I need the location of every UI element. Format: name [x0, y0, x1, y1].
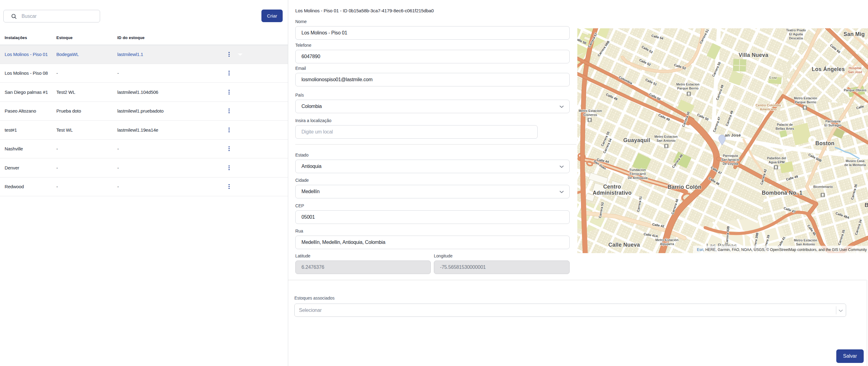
svg-text:El Sufragio: El Sufragio — [824, 123, 841, 127]
svg-text:Metro Estacion: Metro Estacion — [579, 109, 602, 112]
svg-text:Esri, HERE, Garmin, FAO, NOAA,: Esri, HERE, Garmin, FAO, NOAA, USGS, © O… — [697, 247, 867, 252]
svg-text:Esap: Esap — [769, 76, 777, 79]
svg-text:Ferrocarril: Ferrocarril — [630, 172, 646, 176]
svg-text:Bomboná No. 1: Bomboná No. 1 — [762, 190, 802, 196]
svg-text:Parque Berrío: Parque Berrío — [795, 100, 816, 104]
svg-text:Metro Estación: Metro Estación — [794, 96, 817, 100]
svg-text:Calle Nueva: Calle Nueva — [609, 242, 640, 248]
svg-text:Agua EPM: Agua EPM — [769, 160, 784, 164]
svg-text:Metro Estacion: Metro Estacion — [676, 82, 699, 86]
svg-text:Americano: Americano — [760, 107, 777, 111]
svg-text:Cisneros: Cisneros — [584, 113, 597, 117]
svg-text:Alpujarra: Alpujarra — [660, 242, 674, 246]
svg-text:San José: San José — [848, 70, 862, 74]
svg-text:Guayaquil: Guayaquil — [623, 137, 650, 143]
svg-text:San Antonio: San Antonio — [656, 139, 675, 142]
svg-text:San Ignacio: San Ignacio — [721, 158, 740, 162]
svg-text:Centro Colombo: Centro Colombo — [755, 103, 781, 107]
svg-text:Barrio Colón: Barrio Colón — [668, 184, 702, 190]
svg-text:Metro Estacion: Metro Estacion — [654, 135, 677, 138]
svg-text:Villa Nueva: Villa Nueva — [739, 52, 768, 58]
svg-text:de la Memoria: de la Memoria — [844, 163, 866, 167]
svg-text:De Loyola: De Loyola — [723, 162, 738, 165]
svg-text:Pabellón del: Pabellón del — [767, 156, 786, 160]
svg-text:Museo Casa: Museo Casa — [845, 159, 864, 163]
svg-text:Bicentenario: Bicentenario — [813, 185, 833, 189]
svg-text:Parque Obrero: Parque Obrero — [844, 88, 866, 92]
svg-text:Palacio de: Palacio de — [777, 123, 793, 126]
svg-text:Boston: Boston — [815, 140, 834, 146]
svg-text:Bar: Bar — [865, 202, 868, 208]
svg-text:Teatro Prado: Teatro Prado — [786, 28, 806, 32]
svg-text:Parque Berrio: Parque Berrio — [677, 87, 698, 90]
svg-text:De Antioquia: De Antioquia — [628, 176, 648, 179]
svg-text:Hospital: Hospital — [848, 66, 862, 70]
svg-text:an José: an José — [725, 133, 741, 137]
svg-text:Parroquia: Parroquia — [723, 154, 738, 158]
svg-text:Metro Estación: Metro Estación — [794, 238, 817, 242]
svg-text:San Mig: San Mig — [843, 31, 865, 37]
svg-text:Descalza: Descalza — [789, 36, 803, 40]
svg-text:Los Ángeles: Los Ángeles — [812, 66, 845, 72]
svg-text:San Antonio: San Antonio — [796, 242, 815, 246]
svg-text:Centro: Centro — [603, 184, 621, 190]
svg-text:Administrativo: Administrativo — [593, 190, 632, 196]
svg-text:Metro Estación: Metro Estación — [655, 238, 678, 242]
svg-text:Parroquia: Parroquia — [825, 119, 840, 123]
svg-text:El Aguila: El Aguila — [789, 32, 803, 36]
svg-text:Fundacion: Fundacion — [629, 168, 646, 172]
svg-text:Bellas Artes: Bellas Artes — [776, 127, 794, 130]
